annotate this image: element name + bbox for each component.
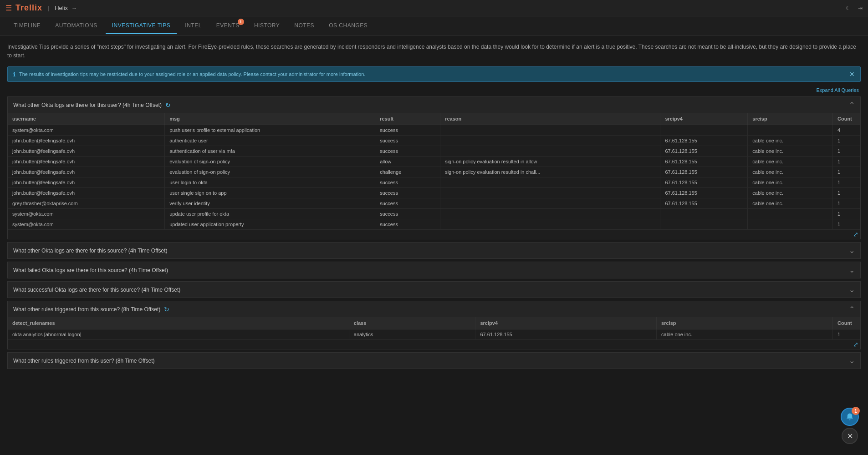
tab-intel[interactable]: INTEL [179, 18, 208, 34]
table-cell-reason [440, 219, 660, 230]
table-row: system@okta.compush user's profile to ex… [8, 125, 860, 136]
table-row: system@okta.comupdate user profile for o… [8, 209, 860, 219]
info-close-button[interactable]: ✕ [849, 71, 855, 78]
table-cell-srcipv4: 67.61.128.155 [660, 188, 748, 198]
topbar-arrow-icon: → [71, 5, 77, 11]
table-cell-msg: updated user application property [165, 219, 375, 230]
logout-icon[interactable]: ⇥ [858, 5, 863, 11]
tab-automations[interactable]: AUTOMATIONS [49, 18, 103, 34]
tab-notes[interactable]: NOTES [288, 18, 321, 34]
info-banner-text: The results of investigation tips may be… [19, 71, 365, 77]
query-title-3: What failed Okta logs are there for this… [13, 267, 168, 273]
table-cell-count: 1 [833, 329, 860, 340]
chevron-down-icon-3[interactable]: ⌄ [849, 266, 855, 274]
fab-badge: 1 [852, 407, 860, 415]
query-header-6[interactable]: What other rules triggered from this use… [8, 353, 860, 369]
table-row: system@okta.comupdated user application … [8, 219, 860, 230]
table-cell-count: 1 [833, 167, 860, 177]
query-title-4: What successful Okta logs are there for … [13, 287, 180, 293]
query-header-right-5: ⌃ [849, 305, 855, 313]
table-cell-username: john.butter@feelingsafe.ovh [8, 146, 165, 157]
table-cell-count: 1 [833, 188, 860, 198]
tab-timeline[interactable]: TIMELINE [7, 18, 47, 34]
table-cell-srcisp: cable one inc. [748, 198, 833, 209]
tab-os-changes[interactable]: OS CHANGES [322, 18, 374, 34]
query-section-1: What other Okta logs are there for this … [7, 96, 861, 239]
col-header-result: result [375, 113, 440, 125]
table-row: okta analytics [abnormal logon]analytics… [8, 329, 860, 340]
table-cell-reason: sign-on policy evaluation resulted in ch… [440, 167, 660, 177]
tab-investigative-tips[interactable]: INVESTIGATIVE TIPS [106, 18, 177, 34]
expand-all-button[interactable]: Expand All Queries [814, 86, 861, 94]
fab-button[interactable]: 1 [841, 408, 859, 426]
tab-history[interactable]: HISTORY [248, 18, 286, 34]
query-header-4[interactable]: What successful Okta logs are there for … [8, 282, 860, 298]
logo: Trellix [15, 3, 42, 13]
table-cell-reason [440, 198, 660, 209]
table-cell-username: system@okta.com [8, 209, 165, 219]
table-cell-reason [440, 209, 660, 219]
col-header-username: username [8, 113, 165, 125]
query-header-left-1: What other Okta logs are there for this … [13, 101, 171, 109]
table-cell-srcisp: cable one inc. [748, 177, 833, 188]
table-cell-result: success [375, 209, 440, 219]
query-table-1: username msg result reason srcipv4 srcis… [8, 113, 860, 230]
table-row: john.butter@feelingsafe.ovhuser login to… [8, 177, 860, 188]
col-header-msg: msg [165, 113, 375, 125]
query-header-right-2: ⌄ [849, 246, 855, 255]
col-header-srcipv4-5: srcipv4 [475, 317, 657, 329]
table-cell-username: system@okta.com [8, 125, 165, 136]
query-title-5: What other rules triggered from this sou… [13, 306, 160, 313]
expand-table-icon-1[interactable]: ⤢ [853, 231, 858, 238]
dark-mode-icon[interactable]: ☾ [846, 5, 851, 11]
query-section-4: What successful Okta logs are there for … [7, 281, 861, 298]
refresh-icon-5[interactable]: ↻ [164, 306, 169, 313]
table-cell-srcisp: cable one inc. [748, 167, 833, 177]
query-header-5[interactable]: What other rules triggered from this sou… [8, 301, 860, 317]
table-cell-count: 1 [833, 209, 860, 219]
tab-events[interactable]: EVENTS 1 [210, 18, 246, 34]
table-cell-msg: verify user identity [165, 198, 375, 209]
table-cell-reason [440, 125, 660, 136]
table-cell-result: success [375, 219, 440, 230]
table-row: john.butter@feelingsafe.ovhauthenticatio… [8, 146, 860, 157]
query-header-left-3: What failed Okta logs are there for this… [13, 267, 168, 273]
query-title-2: What other Okta logs are there for this … [13, 248, 168, 254]
query-header-1[interactable]: What other Okta logs are there for this … [8, 97, 860, 113]
query-header-right-6: ⌄ [849, 356, 855, 365]
table-cell-count: 4 [833, 125, 860, 136]
info-icon: ℹ [13, 71, 15, 78]
query-section-6: What other rules triggered from this use… [7, 352, 861, 369]
table-cell-username: grey.thrasher@oktaprise.com [8, 198, 165, 209]
table-cell-srcisp [748, 125, 833, 136]
chevron-down-icon-2[interactable]: ⌄ [849, 246, 855, 255]
table-footer-1: ⤢ [8, 230, 860, 239]
table-cell-msg: update user profile for okta [165, 209, 375, 219]
query-header-left-5: What other rules triggered from this sou… [13, 306, 169, 313]
chevron-up-icon-1[interactable]: ⌃ [849, 101, 855, 109]
table-cell-srcipv4: 67.61.128.155 [475, 329, 657, 340]
query-header-2[interactable]: What other Okta logs are there for this … [8, 243, 860, 258]
nav-tabs: TIMELINE AUTOMATIONS INVESTIGATIVE TIPS … [0, 16, 868, 35]
query-header-left-4: What successful Okta logs are there for … [13, 287, 180, 293]
table-cell-srcipv4 [660, 219, 748, 230]
menu-icon[interactable]: ☰ [5, 4, 12, 12]
chevron-down-icon-6[interactable]: ⌄ [849, 356, 855, 365]
refresh-icon-1[interactable]: ↻ [165, 101, 171, 109]
col-header-count-5: Count [833, 317, 860, 329]
table-cell-srcipv4: 67.61.128.155 [660, 177, 748, 188]
table-row: john.butter@feelingsafe.ovhauthenticate … [8, 136, 860, 146]
query-body-5: detect_rulenames class srcipv4 srcisp Co… [8, 317, 860, 349]
fab-close-button[interactable]: ✕ [842, 428, 858, 444]
query-table-5: detect_rulenames class srcipv4 srcisp Co… [8, 317, 860, 340]
main-content: Investigative Tips provide a series of "… [0, 35, 868, 369]
table-cell-username: john.butter@feelingsafe.ovh [8, 167, 165, 177]
table-cell-result: challenge [375, 167, 440, 177]
table-row: john.butter@feelingsafe.ovhuser single s… [8, 188, 860, 198]
table-cell-msg: authentication of user via mfa [165, 146, 375, 157]
expand-table-icon-5[interactable]: ⤢ [853, 341, 858, 348]
table-cell-username: system@okta.com [8, 219, 165, 230]
chevron-up-icon-5[interactable]: ⌃ [849, 305, 855, 313]
chevron-down-icon-4[interactable]: ⌄ [849, 285, 855, 294]
query-header-3[interactable]: What failed Okta logs are there for this… [8, 262, 860, 278]
